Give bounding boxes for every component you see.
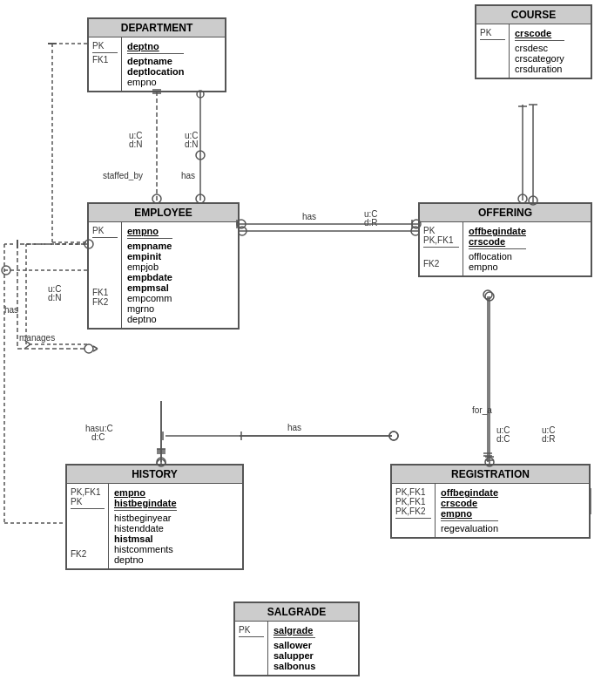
staffed-by-label: staffed_by [103,171,143,180]
off-fk2-label: FK2 [423,259,439,268]
emp-empmsal: empmsal [127,282,172,293]
reg-empno: empno [441,508,498,519]
hist-histbeginyear: histbeginyear [114,513,177,523]
dept-pk-label: PK [92,41,104,51]
card-dn-1: d:N [185,139,199,149]
svg-line-12 [93,346,98,349]
offering-title: OFFERING [420,204,591,222]
course-crscategory: crscategory [515,53,564,64]
card-dc: d:C [91,432,105,442]
svg-point-6 [196,151,205,160]
hist-histcomments: histcomments [114,544,177,554]
emp-deptno: deptno [127,314,172,324]
reg-pkfk1a-label: PK,FK1 [395,487,425,497]
emp-empbdate: empbdate [127,272,172,282]
reg-offbegindate: offbegindate [441,487,498,498]
reg-crscode: crscode [441,498,498,508]
svg-point-32 [389,432,398,440]
emp-mgrno: mgrno [127,303,172,314]
emp-fk2-label: FK2 [92,297,108,307]
emp-empinit: empinit [127,251,172,262]
reg-regevaluation: regevaluation [441,523,498,533]
course-crsdesc: crsdesc [515,43,564,53]
has-label-left: has [4,305,18,315]
svg-point-30 [483,290,492,299]
dept-deptno: deptno [127,41,184,51]
hist-histenddate: histenddate [114,523,177,533]
dept-deptlocation: deptlocation [127,66,184,77]
history-title: HISTORY [67,466,242,484]
sal-salupper: salupper [273,650,315,661]
off-offlocation: offlocation [469,251,526,262]
salgrade-entity: SALGRADE PK salgrade sallower salupper s… [233,601,360,676]
hist-histbegindate: histbegindate [114,498,177,508]
svg-point-11 [84,344,93,353]
course-crsduration: crsduration [515,64,564,74]
off-offbegindate: offbegindate [469,226,526,236]
relationship-lines [0,0,601,700]
sal-salbonus: salbonus [273,661,315,671]
card-dr-off: d:R [364,218,378,228]
dept-deptname: deptname [127,56,184,66]
hist-histmsal: histmsal [114,533,177,544]
hist-pk-label: PK [71,497,82,506]
off-pkfk1-label: PK,FK1 [423,235,453,245]
svg-point-72 [485,292,494,301]
employee-entity: EMPLOYEE PK FK1 FK2 empno [87,202,240,330]
hist-deptno: deptno [114,554,177,565]
card-dn-3: d:N [48,293,62,302]
svg-line-50 [24,344,30,349]
dept-fk1-label: FK1 [92,55,108,65]
registration-entity: REGISTRATION PK,FK1 PK,FK1 PK,FK2 offbeg… [390,464,591,539]
course-entity: COURSE PK crscode crsdesc crscategory cr… [475,4,592,79]
course-crscode: crscode [515,28,564,38]
emp-fk1-label: FK1 [92,288,108,297]
hist-fk2-label: FK2 [71,549,86,559]
hist-empno: empno [114,487,177,498]
svg-line-13 [93,349,98,351]
emp-empno: empno [127,226,172,236]
svg-point-67 [389,432,398,440]
off-crscode: crscode [469,236,526,247]
sal-sallower: sallower [273,640,315,650]
offering-entity: OFFERING PK PK,FK1 FK2 offbegindate crsc… [418,202,592,277]
sal-salgrade: salgrade [273,625,315,635]
has-label-bottom: has [287,423,301,432]
relationship-lines-2: has [0,0,601,700]
off-empno: empno [469,262,526,272]
dept-empno: empno [127,77,184,87]
card-dr-reg2: d:R [542,434,556,444]
history-entity: HISTORY PK,FK1 PK FK2 empno histbeg [65,464,244,570]
course-title: COURSE [476,6,591,24]
registration-title: REGISTRATION [392,466,589,484]
salgrade-title: SALGRADE [235,603,358,622]
reg-pkfk1b-label: PK,FK1 [395,497,425,506]
employee-title: EMPLOYEE [89,204,238,222]
emp-pk-label: PK [92,226,104,235]
department-title: DEPARTMENT [89,19,225,37]
manages-label: manages [19,333,55,343]
emp-empcomm: empcomm [127,293,172,303]
svg-point-15 [2,266,10,275]
erd-diagram: DEPARTMENT PK FK1 deptno deptname deptlo… [0,0,601,700]
emp-empname: empname [127,241,172,251]
for-a-label: for_a [472,405,492,415]
svg-text:has: has [302,212,316,221]
card-dc-reg1: d:C [496,434,510,444]
course-pk-label: PK [480,28,491,37]
department-entity: DEPARTMENT PK FK1 deptno deptname deptlo… [87,17,226,92]
hist-pkfk1-label: PK,FK1 [71,487,100,497]
reg-pkfk2-label: PK,FK2 [395,506,425,516]
emp-empjob: empjob [127,262,172,272]
card-dn-2: d:N [129,139,143,149]
sal-pk-label: PK [239,625,250,635]
has-label-1: has [181,171,195,180]
off-pk-label: PK [423,226,435,235]
